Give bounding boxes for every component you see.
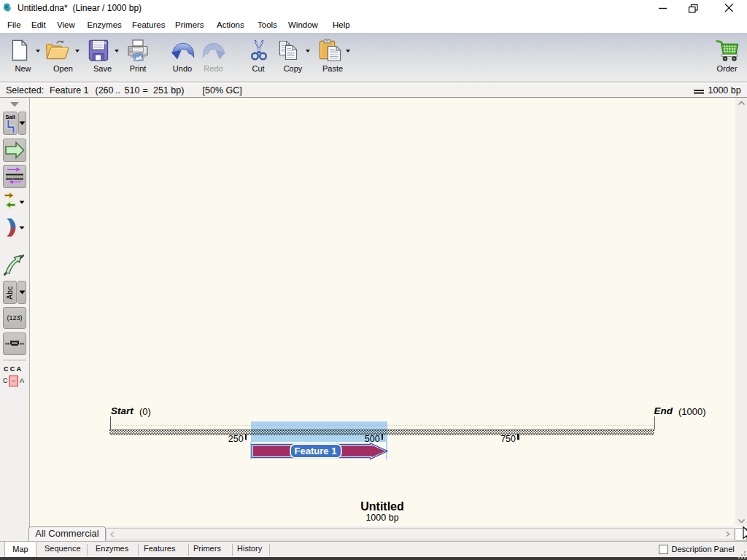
svg-text:SalI: SalI: [6, 114, 15, 120]
